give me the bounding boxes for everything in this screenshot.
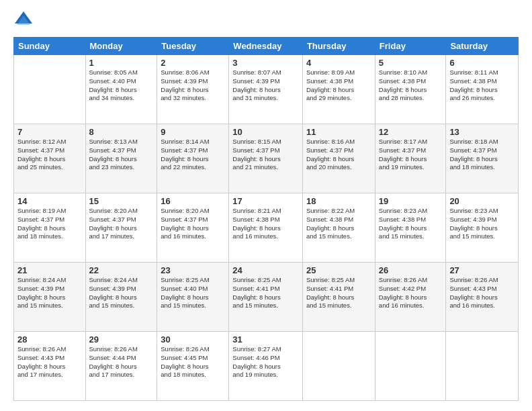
calendar-cell: 12Sunrise: 8:17 AM Sunset: 4:37 PM Dayli… (375, 124, 446, 193)
day-number: 23 (161, 265, 225, 275)
day-number: 26 (379, 265, 443, 275)
calendar-cell: 10Sunrise: 8:15 AM Sunset: 4:37 PM Dayli… (229, 124, 303, 193)
day-number: 24 (232, 265, 299, 275)
calendar-cell: 30Sunrise: 8:26 AM Sunset: 4:45 PM Dayli… (157, 332, 229, 401)
day-number: 29 (89, 334, 154, 345)
calendar-header-row: SundayMondayTuesdayWednesdayThursdayFrid… (14, 38, 519, 55)
calendar-cell (14, 55, 86, 124)
day-info: Sunrise: 8:11 AM Sunset: 4:38 PM Dayligh… (449, 68, 515, 103)
day-number: 5 (379, 58, 443, 68)
day-info: Sunrise: 8:20 AM Sunset: 4:37 PM Dayligh… (161, 207, 225, 241)
day-number: 27 (449, 265, 515, 275)
day-number: 17 (232, 196, 299, 206)
day-info: Sunrise: 8:21 AM Sunset: 4:38 PM Dayligh… (232, 207, 299, 241)
calendar-cell: 29Sunrise: 8:26 AM Sunset: 4:44 PM Dayli… (85, 332, 157, 401)
calendar-week-row: 14Sunrise: 8:19 AM Sunset: 4:37 PM Dayli… (14, 193, 519, 263)
calendar-week-row: 21Sunrise: 8:24 AM Sunset: 4:39 PM Dayli… (14, 263, 519, 332)
day-info: Sunrise: 8:23 AM Sunset: 4:39 PM Dayligh… (449, 207, 515, 241)
day-number: 8 (89, 127, 154, 137)
day-number: 16 (161, 196, 225, 206)
day-info: Sunrise: 8:26 AM Sunset: 4:43 PM Dayligh… (17, 345, 82, 379)
calendar-cell: 25Sunrise: 8:25 AM Sunset: 4:41 PM Dayli… (302, 263, 375, 332)
day-info: Sunrise: 8:24 AM Sunset: 4:39 PM Dayligh… (17, 276, 82, 310)
day-info: Sunrise: 8:16 AM Sunset: 4:37 PM Dayligh… (306, 138, 371, 172)
day-info: Sunrise: 8:18 AM Sunset: 4:37 PM Dayligh… (449, 138, 515, 172)
day-number: 4 (306, 58, 371, 68)
day-number: 22 (89, 265, 154, 275)
weekday-header: Tuesday (157, 38, 229, 55)
calendar-cell (302, 332, 375, 401)
calendar-cell: 26Sunrise: 8:26 AM Sunset: 4:42 PM Dayli… (375, 263, 446, 332)
day-info: Sunrise: 8:25 AM Sunset: 4:41 PM Dayligh… (232, 276, 299, 310)
calendar-cell (375, 332, 446, 401)
calendar-cell: 13Sunrise: 8:18 AM Sunset: 4:37 PM Dayli… (446, 124, 519, 193)
day-number: 31 (232, 334, 299, 345)
day-info: Sunrise: 8:25 AM Sunset: 4:41 PM Dayligh… (306, 276, 371, 310)
calendar-cell: 4Sunrise: 8:09 AM Sunset: 4:38 PM Daylig… (302, 55, 375, 124)
calendar-cell: 21Sunrise: 8:24 AM Sunset: 4:39 PM Dayli… (14, 263, 86, 332)
day-info: Sunrise: 8:20 AM Sunset: 4:37 PM Dayligh… (89, 207, 154, 241)
day-info: Sunrise: 8:26 AM Sunset: 4:45 PM Dayligh… (161, 345, 225, 379)
calendar-cell (446, 332, 519, 401)
day-info: Sunrise: 8:22 AM Sunset: 4:38 PM Dayligh… (306, 207, 371, 241)
day-info: Sunrise: 8:05 AM Sunset: 4:40 PM Dayligh… (89, 68, 154, 103)
calendar-cell: 15Sunrise: 8:20 AM Sunset: 4:37 PM Dayli… (85, 193, 157, 263)
logo (13, 10, 36, 30)
day-number: 1 (89, 58, 154, 68)
calendar-cell: 24Sunrise: 8:25 AM Sunset: 4:41 PM Dayli… (229, 263, 303, 332)
calendar-cell: 31Sunrise: 8:27 AM Sunset: 4:46 PM Dayli… (229, 332, 303, 401)
weekday-header: Sunday (14, 38, 86, 55)
weekday-header: Wednesday (229, 38, 303, 55)
day-number: 15 (89, 196, 154, 206)
calendar-cell: 18Sunrise: 8:22 AM Sunset: 4:38 PM Dayli… (302, 193, 375, 263)
logo-icon (13, 10, 34, 30)
day-info: Sunrise: 8:10 AM Sunset: 4:38 PM Dayligh… (379, 68, 443, 103)
calendar-cell: 28Sunrise: 8:26 AM Sunset: 4:43 PM Dayli… (14, 332, 86, 401)
calendar-cell: 16Sunrise: 8:20 AM Sunset: 4:37 PM Dayli… (157, 193, 229, 263)
weekday-header: Friday (375, 38, 446, 55)
day-info: Sunrise: 8:19 AM Sunset: 4:37 PM Dayligh… (17, 207, 82, 241)
calendar-cell: 22Sunrise: 8:24 AM Sunset: 4:39 PM Dayli… (85, 263, 157, 332)
day-info: Sunrise: 8:06 AM Sunset: 4:39 PM Dayligh… (161, 68, 225, 103)
calendar-cell: 8Sunrise: 8:13 AM Sunset: 4:37 PM Daylig… (85, 124, 157, 193)
day-info: Sunrise: 8:07 AM Sunset: 4:39 PM Dayligh… (232, 68, 299, 103)
calendar-cell: 17Sunrise: 8:21 AM Sunset: 4:38 PM Dayli… (229, 193, 303, 263)
day-number: 30 (161, 334, 225, 345)
calendar-cell: 3Sunrise: 8:07 AM Sunset: 4:39 PM Daylig… (229, 55, 303, 124)
day-number: 18 (306, 196, 371, 206)
day-number: 7 (17, 127, 82, 137)
day-info: Sunrise: 8:13 AM Sunset: 4:37 PM Dayligh… (89, 138, 154, 172)
header (13, 10, 519, 30)
day-number: 25 (306, 265, 371, 275)
day-number: 2 (161, 58, 225, 68)
calendar-cell: 14Sunrise: 8:19 AM Sunset: 4:37 PM Dayli… (14, 193, 86, 263)
day-info: Sunrise: 8:17 AM Sunset: 4:37 PM Dayligh… (379, 138, 443, 172)
day-info: Sunrise: 8:26 AM Sunset: 4:42 PM Dayligh… (379, 276, 443, 310)
day-number: 6 (449, 58, 515, 68)
day-number: 14 (17, 196, 82, 206)
day-info: Sunrise: 8:12 AM Sunset: 4:37 PM Dayligh… (17, 138, 82, 172)
day-info: Sunrise: 8:15 AM Sunset: 4:37 PM Dayligh… (232, 138, 299, 172)
calendar-cell: 7Sunrise: 8:12 AM Sunset: 4:37 PM Daylig… (14, 124, 86, 193)
calendar-cell: 11Sunrise: 8:16 AM Sunset: 4:37 PM Dayli… (302, 124, 375, 193)
calendar-cell: 23Sunrise: 8:25 AM Sunset: 4:40 PM Dayli… (157, 263, 229, 332)
day-number: 28 (17, 334, 82, 345)
calendar-cell: 20Sunrise: 8:23 AM Sunset: 4:39 PM Dayli… (446, 193, 519, 263)
day-number: 20 (449, 196, 515, 206)
day-number: 9 (161, 127, 225, 137)
day-number: 11 (306, 127, 371, 137)
calendar-cell: 6Sunrise: 8:11 AM Sunset: 4:38 PM Daylig… (446, 55, 519, 124)
day-info: Sunrise: 8:23 AM Sunset: 4:38 PM Dayligh… (379, 207, 443, 241)
weekday-header: Thursday (302, 38, 375, 55)
page: SundayMondayTuesdayWednesdayThursdayFrid… (0, 0, 532, 411)
day-info: Sunrise: 8:25 AM Sunset: 4:40 PM Dayligh… (161, 276, 225, 310)
day-info: Sunrise: 8:14 AM Sunset: 4:37 PM Dayligh… (161, 138, 225, 172)
calendar-cell: 27Sunrise: 8:26 AM Sunset: 4:43 PM Dayli… (446, 263, 519, 332)
day-number: 12 (379, 127, 443, 137)
day-info: Sunrise: 8:26 AM Sunset: 4:44 PM Dayligh… (89, 345, 154, 379)
day-info: Sunrise: 8:26 AM Sunset: 4:43 PM Dayligh… (449, 276, 515, 310)
weekday-header: Saturday (446, 38, 519, 55)
day-number: 19 (379, 196, 443, 206)
calendar-cell: 1Sunrise: 8:05 AM Sunset: 4:40 PM Daylig… (85, 55, 157, 124)
day-info: Sunrise: 8:27 AM Sunset: 4:46 PM Dayligh… (232, 345, 299, 379)
